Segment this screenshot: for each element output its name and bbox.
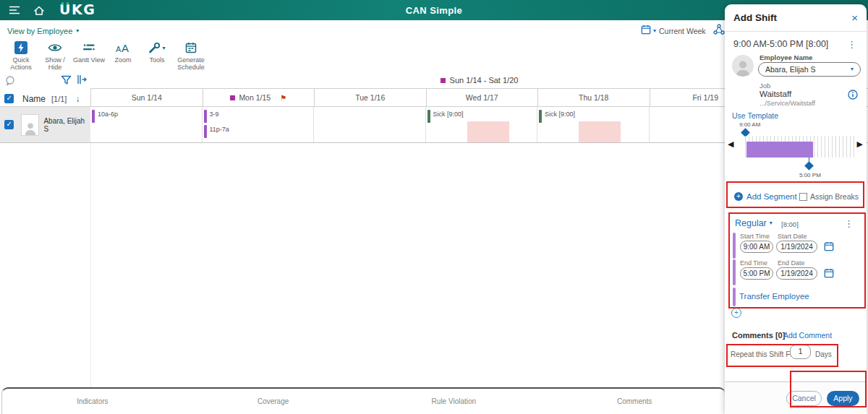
day-header-tue[interactable]: Tue 1/16 — [315, 89, 427, 106]
slider-start-label: 9:00 AM — [739, 121, 760, 128]
generate-schedule-button[interactable]: Generate Schedule — [174, 41, 208, 72]
day-header-label: Wed 1/17 — [466, 93, 498, 102]
toolbar-right-cluster: ▾ Current Week — [641, 24, 725, 38]
day-cell-tue[interactable] — [314, 107, 426, 142]
current-week-label[interactable]: Current Week — [659, 27, 706, 35]
calendar-icon[interactable] — [824, 268, 834, 281]
employee-count-badge: [1/1] — [51, 95, 67, 103]
chevron-down-icon: ▾ — [76, 28, 79, 34]
repeat-shift-label: Repeat this Shift For — [731, 350, 796, 358]
day-header-label: Mon 1/15 — [239, 93, 271, 102]
org-chart-icon[interactable] — [713, 24, 725, 38]
name-header-row: Name [1/1] ↓ — [0, 91, 90, 106]
bottom-tab-coverage[interactable]: Coverage — [183, 389, 364, 414]
day-cell-thu[interactable]: Sick [9:00] — [537, 107, 650, 142]
shift-regular[interactable]: 3-9 — [204, 110, 314, 123]
start-time-field[interactable]: 9:00 AM — [740, 241, 773, 253]
shift-label: 10a-6p — [98, 110, 118, 118]
day-header-wed[interactable]: Wed 1/17 — [427, 89, 539, 106]
comments-count-label: Comments [0] — [732, 331, 785, 340]
zoom-button[interactable]: AAZoom — [106, 41, 140, 64]
close-icon[interactable]: × — [851, 12, 858, 23]
segment-accent-bar — [733, 233, 736, 259]
calendar-select-icon[interactable] — [641, 25, 651, 38]
employee-dropdown-value: Abara, Elijah S — [765, 65, 815, 74]
day-header-sun[interactable]: Sun 1/14 — [91, 89, 203, 106]
slider-scroll-left-icon[interactable]: ◀ — [728, 140, 733, 148]
calendar-icon[interactable] — [824, 241, 834, 254]
toolbar-button-label: Tools — [149, 56, 164, 64]
day-cell-wed[interactable]: Sick [9:00] — [426, 107, 538, 142]
bottom-tabs-bar: IndicatorsCoverageRule ViolationComments — [1, 387, 726, 414]
toolbar-button-label: Show / Hide — [38, 56, 72, 72]
shift-regular[interactable]: 11p-7a — [204, 125, 314, 138]
employee-name-label: Employee Name — [760, 53, 812, 61]
assign-breaks-control[interactable]: Assign Breaks — [799, 192, 859, 201]
add-item-icon[interactable]: + — [731, 308, 741, 318]
slider-scroll-right-icon[interactable]: ▶ — [857, 140, 863, 148]
day-header-mon[interactable]: Mon 1/15⚑ — [203, 89, 315, 106]
use-template-link[interactable]: Use Template — [732, 111, 778, 120]
sort-descending-icon[interactable]: ↓ — [75, 94, 80, 104]
slider-end-label: 5:00 PM — [799, 172, 821, 178]
panel-title: Add Shift — [733, 12, 777, 23]
add-segment-link[interactable]: + Add Segment — [734, 192, 797, 201]
svg-text:A: A — [122, 42, 129, 54]
assign-breaks-checkbox[interactable] — [799, 193, 807, 201]
plus-circle-icon: + — [734, 192, 743, 201]
segment-overflow-menu-icon[interactable]: ⋮ — [844, 219, 854, 228]
segment-duration: [8:00] — [781, 220, 799, 228]
employee-dropdown[interactable]: Abara, Elijah S ▾ — [758, 62, 861, 77]
filter-icon[interactable] — [61, 75, 72, 88]
add-comment-link[interactable]: Add Comment — [783, 331, 832, 340]
start-date-field[interactable]: 1/19/2024 — [776, 241, 817, 253]
employee-row-checkbox[interactable] — [4, 120, 14, 129]
name-column-header[interactable]: Name — [22, 94, 46, 104]
day-header-thu[interactable]: Thu 1/18 — [538, 89, 650, 106]
day-header-label: Sun 1/14 — [132, 93, 162, 102]
segment-type-value: Regular — [735, 218, 767, 228]
slider-shift-bar[interactable] — [746, 142, 813, 158]
quick-actions-icon — [14, 41, 27, 54]
avatar — [21, 114, 39, 136]
chevron-down-icon[interactable]: ▾ — [653, 28, 656, 34]
coverage-gap-highlight — [579, 121, 621, 142]
day-cell-mon[interactable]: 3-911p-7a — [203, 107, 315, 142]
bottom-tab-indicators[interactable]: Indicators — [2, 389, 183, 414]
shift-regular[interactable]: 10a-6p — [92, 110, 202, 123]
quick-actions-button[interactable]: Quick Actions — [4, 41, 38, 72]
end-date-field[interactable]: 1/19/2024 — [776, 267, 817, 280]
employee-name: Abara, Elijah S — [43, 117, 90, 133]
start-date-label: Start Date — [778, 233, 807, 240]
shift-overflow-menu-icon[interactable]: ⋮ — [847, 40, 856, 49]
slider-end-handle[interactable] — [804, 161, 814, 171]
day-cell-sun[interactable]: 10a-6p — [90, 107, 203, 142]
bottom-tab-comments[interactable]: Comments — [544, 389, 725, 414]
violation-flag-icon: ⚑ — [280, 94, 286, 102]
show-hide-button[interactable]: Show / Hide — [38, 41, 72, 72]
employee-row[interactable]: Abara, Elijah S — [0, 107, 90, 143]
repeat-days-input[interactable]: 1 — [790, 345, 811, 359]
view-by-selector[interactable]: View by Employee ▾ — [7, 27, 79, 35]
add-segment-label: Add Segment — [746, 192, 797, 201]
divider — [90, 143, 91, 387]
column-expand-icon[interactable] — [77, 74, 87, 87]
segment-type-dropdown[interactable]: Regular ▾ — [735, 218, 773, 228]
date-range-label: Sun 1/14 - Sat 1/20 — [450, 76, 519, 85]
select-all-checkbox[interactable] — [4, 94, 14, 103]
transfer-employee-link[interactable]: Transfer Employee — [739, 292, 809, 301]
shift-summary: 9:00 AM-5:00 PM [8:00] — [733, 39, 828, 49]
apply-button[interactable]: Apply — [827, 391, 859, 406]
bottom-tab-rule-violation[interactable]: Rule Violation — [364, 389, 545, 414]
end-time-field[interactable]: 5:00 PM — [740, 267, 773, 280]
panel-header: Add Shift × — [725, 4, 867, 32]
gantt-view-button[interactable]: Gantt View — [72, 41, 106, 64]
cancel-button[interactable]: Cancel — [786, 391, 822, 406]
tools-button[interactable]: ▾Tools — [140, 41, 174, 64]
assign-breaks-label: Assign Breaks — [810, 192, 859, 201]
coverage-gap-highlight — [467, 121, 509, 142]
avatar — [732, 55, 754, 77]
info-icon[interactable] — [848, 90, 858, 103]
bottom-tab-label: Coverage — [258, 397, 289, 405]
comment-bubble-icon[interactable] — [5, 76, 15, 89]
